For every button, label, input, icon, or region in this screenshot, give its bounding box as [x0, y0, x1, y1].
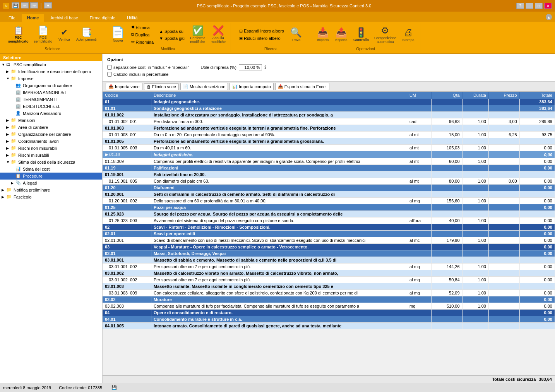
help-button[interactable]: ?: [516, 3, 524, 9]
sidebar-item-impresa-annoni[interactable]: 🏢IMPRESA ANNONI Srl: [0, 89, 102, 96]
sidebar-item-fascicolo[interactable]: ▶📁Fascicolo: [0, 193, 102, 200]
tab-file[interactable]: File: [3, 14, 21, 22]
sidebar-item-psc[interactable]: ▼🗂PSC semplificato: [0, 61, 102, 68]
sidebar-item-allegati[interactable]: ▶📎Allegati: [0, 180, 102, 187]
table-row[interactable]: 01.01.003Perforazione ad andamento verti…: [103, 125, 555, 132]
sidebar-item-stima[interactable]: ▼📁Stima dei costi della sicurezza: [0, 159, 102, 166]
table-row[interactable]: 03.01.001Massetto di sabbia e cemento. M…: [103, 257, 555, 264]
sidebar-item-stima-costi[interactable]: 📊Stima dei costi: [0, 166, 102, 173]
table-row[interactable]: 01.01Sondaggi geognostici a rotazione383…: [103, 105, 555, 112]
btn-importa-computo[interactable]: 📊 Importa computo: [230, 83, 274, 90]
minimize-button[interactable]: −: [526, 3, 533, 9]
sidebar-item-notifica[interactable]: ▶📁Notifica preliminare: [0, 187, 102, 193]
checkbox-sep-costi-input[interactable]: [107, 65, 112, 70]
table-row[interactable]: 01.25.023 003Avviamento del sistema di s…: [103, 217, 555, 224]
sidebar-item-manzoni[interactable]: 👤Manzoni Alessandro: [0, 110, 102, 117]
btn-elimina[interactable]: ✖ Elimina: [129, 24, 156, 31]
table-row[interactable]: 02Scavi - Rinterri - Demolizioni - Rimoz…: [103, 224, 555, 231]
info-icon[interactable]: ℹ: [264, 65, 266, 70]
tab-archivi[interactable]: Archivi di base: [45, 14, 84, 22]
utile-input[interactable]: [239, 64, 262, 70]
btn-verifica[interactable]: ✔ Verifica: [56, 27, 73, 43]
btn-importa-voce[interactable]: 📥 Importa voce: [106, 83, 142, 90]
sidebar-item-rischi-mis[interactable]: ▶📁Rischi misurabili: [0, 152, 102, 159]
table-row[interactable]: 03.02.003Compenso alle murature di tufo …: [103, 303, 555, 310]
table-row[interactable]: 03.01Massi, Sottofondi, Drenaggi, Vespai…: [103, 250, 555, 257]
checkbox-calcolo[interactable]: Calcolo inclusi in percentuale: [107, 72, 168, 77]
sidebar-item-ident[interactable]: ▶📁Identificazione e descrizione dell'ope…: [0, 68, 102, 75]
table-row[interactable]: 01.18.009Compenso per profili elettrici …: [103, 158, 555, 165]
table-row[interactable]: 01Indagini geognostiche.383,64: [103, 99, 555, 105]
table-row[interactable]: 01.20.001 002Dello spessore di cm 60 e p…: [103, 198, 555, 204]
table-row[interactable]: 02.01Scavi per opere edili0,00: [103, 231, 555, 237]
sidebar-item-imprese[interactable]: ▼📁Imprese: [0, 75, 102, 82]
collapse-ribbon-btn[interactable]: ▲: [546, 14, 552, 20]
sidebar-item-mansioni[interactable]: ▶📁Mansioni: [0, 117, 102, 124]
table-row[interactable]: 03.02Murature0,00: [103, 296, 555, 303]
undo-btn[interactable]: ↩: [21, 2, 29, 9]
table-row[interactable]: 01.19.001Pali trivellati fino m 20,00.: [103, 171, 555, 178]
btn-conferma[interactable]: ✅ Confermamodifiche: [188, 25, 207, 45]
btn-pos-semplificato[interactable]: 📄 POSsemplificato: [32, 25, 55, 45]
table-row[interactable]: 02.01.001Scavo di sbancamento con uso di…: [103, 237, 555, 244]
btn-sposta-giu[interactable]: ▼ Sposta giù: [157, 35, 187, 41]
sidebar-item-termoimpianti[interactable]: 🏢TERMOIMPIANTI: [0, 96, 102, 103]
save-btn[interactable]: 💾: [12, 2, 19, 9]
sidebar-item-rischi-non-mis[interactable]: ▶📁Rischi non misurabili: [0, 145, 102, 152]
table-row[interactable]: 01.01.005Perforazione ad andamento verti…: [103, 138, 555, 145]
btn-esporta-stima[interactable]: 📤 Esporta stima in Excel: [275, 83, 329, 90]
extra-btn[interactable]: ▼: [44, 2, 52, 9]
table-row[interactable]: 03.01.002 002Per spessori oltre cm 7 e p…: [103, 277, 555, 283]
tab-utilita[interactable]: Utilità: [122, 14, 143, 22]
redo-btn[interactable]: ↪: [30, 2, 38, 9]
btn-psc-semplificato[interactable]: 📋 PSCsemplificato: [6, 25, 31, 45]
table-row[interactable]: 01.25.023Spurgo del pozzo per acqua. Spu…: [103, 211, 555, 217]
table-row[interactable]: 03.01.003Massetto isolante. Massetto iso…: [103, 283, 555, 290]
btn-controllo[interactable]: 🚦 Controllo: [351, 27, 371, 43]
table-row[interactable]: 01.19Palificazioni0,00: [103, 165, 555, 171]
table-row[interactable]: 03.01.002Massetto di calcestruzzo vibrat…: [103, 270, 555, 277]
btn-annulla[interactable]: ❌ Annullamodifiche: [209, 25, 228, 45]
checkbox-calcolo-input[interactable]: [107, 72, 112, 77]
table-row[interactable]: ▶ 01.18Indagini geofisiche.0,00: [103, 151, 555, 158]
table-row[interactable]: 03.01.001 002Per spessori oltre cm 7 e p…: [103, 264, 555, 270]
btn-riduci[interactable]: ⊟ Riduci intero albero: [237, 35, 286, 42]
sidebar-item-organigramma[interactable]: 👥Organigramma di cantiere: [0, 82, 102, 89]
btn-importa[interactable]: 📥 Importa: [314, 27, 331, 43]
close-button[interactable]: ✕: [544, 3, 552, 9]
sidebar-item-org-cantiere[interactable]: ▶📁Organizzazione del cantiere: [0, 131, 102, 138]
tab-home[interactable]: Home: [22, 14, 45, 22]
table-row[interactable]: 01.01.003 001Da m 0 a m 20. Con percentu…: [103, 132, 555, 138]
sidebar-item-procedure[interactable]: 📋Procedure: [0, 173, 102, 180]
sidebar-item-edilstucchi[interactable]: 🏢EDILSTUCCHI s.r.l.: [0, 103, 102, 110]
table-row[interactable]: 04.01Consolidamento murature e strutture…: [103, 316, 555, 323]
table-row[interactable]: 01.01.002 001Per distanza fino a m 300.c…: [103, 118, 555, 125]
btn-duplica[interactable]: ⧉ Duplica: [129, 31, 156, 38]
btn-sposta-su[interactable]: ▲ Sposta su: [157, 28, 187, 34]
table-row[interactable]: 01.20.001Setti di diaframmi in calcestru…: [103, 191, 555, 198]
btn-espandi[interactable]: ⊞ Espandi intero albero: [237, 28, 286, 34]
table-row[interactable]: 04Opere di consolidamento e di restauro.…: [103, 310, 555, 316]
table-row[interactable]: 01.01.005 003Da m 40,01 a m 60.al mt105,…: [103, 145, 555, 151]
maximize-button[interactable]: □: [535, 3, 543, 9]
btn-stampa[interactable]: 🖨 Stampa: [400, 27, 417, 43]
table-row[interactable]: 01.20Diaframmi0,00: [103, 185, 555, 191]
btn-adempimenti[interactable]: 📑 Adempimenti: [74, 27, 99, 43]
sidebar-item-area-cantiere[interactable]: ▶📁Area di cantiere: [0, 124, 102, 131]
table-row[interactable]: 03.01.003 009Con calcestruzzo cellulare,…: [103, 290, 555, 296]
btn-nuovo[interactable]: 📄 Nuovo: [108, 26, 128, 44]
table-row[interactable]: 01.19.001 005Con diametro del palo cm 60…: [103, 178, 555, 185]
tab-firma[interactable]: Firma digitale: [84, 14, 121, 22]
checkbox-sep-costi[interactable]: separazione costi in "inclusi" e "specia…: [107, 65, 189, 70]
table-row[interactable]: 01.01.002Installazione di attrezzatura p…: [103, 112, 555, 118]
btn-mostra-descrizione[interactable]: 📄 Mostra descrizione: [180, 83, 228, 90]
table-row[interactable]: 04.01.005Intonaco armato. Consolidamento…: [103, 323, 555, 329]
sidebar-item-coord-lavori[interactable]: ▶📁Coordinamento lavori: [0, 138, 102, 145]
btn-trova[interactable]: 🔍 Trova: [288, 27, 305, 43]
table-row[interactable]: 01.25Pozzi per acqua0,00: [103, 204, 555, 211]
btn-esporta[interactable]: 📤 Esporta: [333, 27, 350, 43]
btn-elimina-voce[interactable]: 🗑 Elimina voce: [144, 83, 179, 90]
btn-composizione[interactable]: ⚙ Composizioneautomatica: [372, 25, 398, 45]
btn-rinomina[interactable]: ✏ Rinomina: [129, 39, 156, 45]
table-row[interactable]: 03Vespai - Murature - Opere in calcestru…: [103, 244, 555, 250]
